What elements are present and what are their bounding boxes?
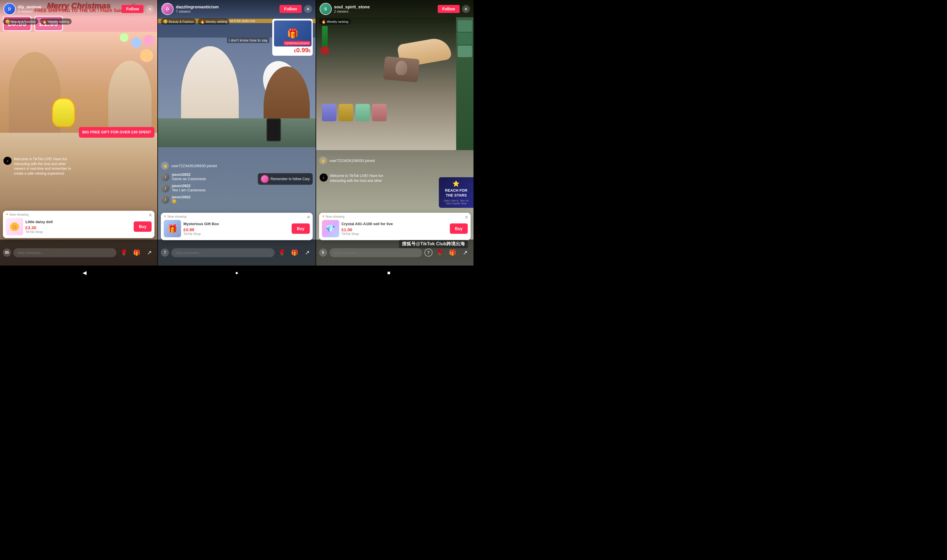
rose-icon-2[interactable]: 🌹 [277,248,287,258]
product-card-body: 🌼 Little daisy doll £3.30 TikTok Shop Bu… [3,216,154,238]
product-name-2: Mysterious Gift Box [183,222,289,226]
header-info-3: soul_spirit_stone 2 viewers [334,4,436,14]
product-image-2: 🎁 [164,220,181,237]
item-blue [322,104,336,121]
wave-icon-2: 👋 [161,162,169,170]
product-card-2: ✦ Now showing ✕ 🎁 Mysterious Gift Box £0… [161,213,313,240]
product-card-1: ✦ Now showing ✕ 🌼 Little daisy doll £3.3… [3,211,154,238]
comment-input-1[interactable] [13,248,116,257]
stars-icon: ⭐ [442,180,471,187]
product-shop-3: TikTok Shop [342,232,448,235]
idk-text: I don't know how to say [227,37,269,43]
close-button-1[interactable]: ✕ [146,5,154,13]
comment-input-3[interactable] [330,248,422,257]
comment-input-2[interactable] [171,248,274,257]
tag-ranking-1: 🔥 Weekly ranking [40,18,72,25]
close-card-button-2[interactable]: ✕ [306,214,310,220]
close-card-button[interactable]: ✕ [148,212,152,218]
follow-button-1[interactable]: Follow [122,5,143,13]
phone-prop [266,118,281,142]
tiktok-icon: ♪ [3,157,12,165]
product-shop-2: TikTok Shop [183,232,289,235]
viewer-count-2: 7 viewers [176,9,277,14]
shelf-item-2 [457,33,472,45]
username-3: soul_spirit_stone [334,4,436,9]
item-row [322,104,386,121]
close-card-button-3[interactable]: ✕ [465,214,468,220]
tag-ranking-3: 🔥 Weekly ranking [319,18,351,25]
shelf-3 [456,17,473,150]
avatar-icon-3: S [320,3,331,14]
join-text-2: user7223426106930 joined [171,164,217,168]
toy-2 [131,37,142,48]
shelf-item-3 [457,46,472,57]
big-gift-promo: BIG FREE GIFT FOR OVER £30 SPENT [79,127,154,138]
product-label: mysterious present [283,41,310,45]
bottle-top [320,46,329,55]
rose-icon-1[interactable]: 🌹 [119,248,129,258]
product-price: £3.30 [25,225,131,230]
gift-icon-1[interactable]: 🎁 [131,248,142,258]
share-icon-2[interactable]: ↗ [302,248,313,258]
tag-row-3: 🔥 Weekly ranking [319,18,351,25]
buy-button-1[interactable]: Buy [134,222,152,232]
question-icon-3[interactable]: ? [424,249,433,257]
bird-body [395,60,408,75]
tag-row-1: 😊 Beauty & Fashion 🔥 Weekly ranking [3,18,72,25]
buy-button-3[interactable]: Buy [450,223,468,234]
chat-msg-2: J jason10822 Yes I am Cantonese [161,184,313,193]
product-name: Little daisy doll [25,220,131,225]
now-showing-label-2: ✦ Now showing [164,214,186,218]
share-icon-3[interactable]: ↗ [460,248,471,258]
avatar-icon-2: D [162,3,173,14]
welcome-message-3: ♪ Welcome to TikTok LIVE! Have fun inter… [320,174,388,183]
welcome-text-3: Welcome to TikTok LIVE! Have fun interac… [330,174,388,183]
chat-text-1: Same as Cantonese [172,177,313,182]
gift-icon-2[interactable]: 🎁 [289,248,300,258]
bottom-bar-1: 95 🌹 🎁 ↗ [0,240,157,266]
follow-button-2[interactable]: Follow [279,5,302,13]
viewer-count-1: 9 viewers [18,9,119,14]
recents-button[interactable]: ■ [382,267,396,278]
chat-avatar-3: J [161,195,169,204]
watermark: 搜狐号@TikTok Club跨境出海 [399,240,468,248]
product-shop: TikTok Shop [25,230,131,234]
product-banner-2: 🎁 mysterious present £0.99£ [272,19,313,56]
chat-content-2: jason10822 Yes I am Cantonese [172,184,313,193]
tiktok-icon-3: ♪ [320,174,328,182]
close-button-2[interactable]: ✕ [304,5,312,13]
avatar-icon-1: D [4,3,15,14]
android-nav: ◀ ● ■ [0,266,473,280]
scene-bg [0,32,157,133]
now-showing-label-3: ✦ Now showing [322,214,345,218]
item-gold [339,104,353,121]
shelf-item-1 [457,20,472,32]
share-icon-1[interactable]: ↗ [144,248,154,258]
join-area-3: 👋 user7223426106930 joined [319,157,471,168]
rose-icon-3[interactable]: 🌹 [435,248,445,258]
chat-msg-1: J jason10822 Same as Cantonese [161,172,313,182]
avatar-3: S [320,3,332,15]
gift-icon-3[interactable]: 🎁 [448,248,458,258]
welcome-text: Welcome to TikTok LIVE! Have fun interac… [14,157,72,176]
header-info-1: diy_avenue 9 viewers [18,4,119,14]
chat-avatar-icon-3: J [161,195,169,204]
back-button[interactable]: ◀ [77,267,92,278]
buy-button-2[interactable]: Buy [292,223,310,234]
tag-ranking-2: 🔥 Weekly ranking [198,18,229,25]
close-button-3[interactable]: ✕ [462,5,470,13]
avatar-1: D [3,3,15,15]
chat-avatar-icon-2: J [161,184,169,192]
home-button[interactable]: ● [229,267,244,278]
tag-row-2: 😊 Beauty & Fashion 🔥 Weekly ranking [161,18,229,25]
plush-toy [52,98,75,127]
item-red [372,104,386,121]
comment-badge-3: 5 [319,249,327,257]
username-2: dazzlingromanticism [176,4,277,9]
follow-button-3[interactable]: Follow [438,5,460,13]
bottom-bar-2: 7 🌹 🎁 ↗ [158,240,315,266]
chat-avatar-2: J [161,184,169,192]
table-2 [158,118,315,147]
chat-text-3: 😊 [172,199,313,204]
toy-1 [143,35,154,46]
